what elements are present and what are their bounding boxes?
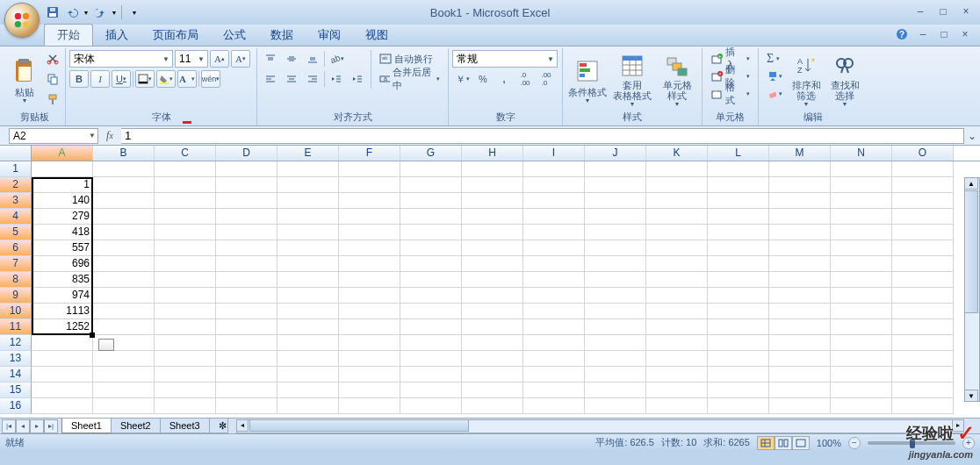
cell[interactable] — [155, 304, 216, 319]
cell[interactable] — [523, 288, 585, 304]
cell[interactable] — [646, 398, 708, 414]
cell[interactable] — [708, 383, 769, 398]
cell[interactable] — [339, 288, 400, 304]
cell[interactable] — [585, 335, 646, 351]
cell[interactable] — [216, 240, 277, 256]
cell[interactable] — [277, 383, 339, 398]
cell[interactable] — [769, 351, 831, 367]
tab-data[interactable]: 数据 — [258, 25, 306, 46]
cell[interactable] — [339, 193, 400, 209]
cell[interactable] — [892, 193, 954, 209]
shrink-font-icon[interactable]: A▾ — [231, 50, 250, 68]
cell[interactable] — [831, 383, 892, 398]
cell[interactable] — [831, 398, 892, 414]
col-header-O[interactable]: O — [892, 146, 954, 161]
first-sheet-icon[interactable]: |◂ — [2, 419, 16, 433]
border-button[interactable]: ▾ — [135, 70, 155, 88]
cell[interactable] — [831, 177, 892, 193]
cell[interactable] — [892, 256, 954, 272]
cell[interactable] — [892, 319, 954, 335]
cell[interactable] — [277, 335, 339, 351]
sheet-tab-2[interactable]: Sheet2 — [111, 418, 161, 433]
col-header-K[interactable]: K — [646, 146, 708, 161]
cell[interactable] — [708, 177, 769, 193]
cell[interactable] — [769, 335, 831, 351]
mdi-close-icon[interactable]: × — [957, 26, 973, 42]
cell[interactable] — [892, 272, 954, 288]
cell[interactable] — [93, 319, 155, 335]
undo-icon[interactable] — [63, 4, 81, 21]
cell[interactable] — [462, 209, 523, 225]
cell[interactable] — [155, 225, 216, 240]
cell[interactable] — [462, 225, 523, 240]
merge-center-button[interactable]: a合并后居中▾ — [375, 70, 444, 88]
cell[interactable] — [339, 398, 400, 414]
horizontal-scrollbar[interactable]: ◂ ▸ — [236, 419, 964, 433]
cell[interactable] — [708, 367, 769, 383]
accounting-format-icon[interactable]: ￥▾ — [452, 70, 472, 88]
save-icon[interactable] — [44, 4, 61, 21]
increase-indent-icon[interactable] — [348, 70, 367, 88]
cell[interactable] — [155, 367, 216, 383]
maximize-button[interactable]: □ — [933, 4, 954, 19]
cell[interactable] — [93, 209, 155, 225]
cell[interactable]: 1113 — [32, 304, 93, 319]
cell[interactable] — [831, 367, 892, 383]
last-sheet-icon[interactable]: ▸| — [44, 419, 58, 433]
cell[interactable] — [339, 351, 400, 367]
cell[interactable] — [892, 304, 954, 319]
cell[interactable] — [400, 383, 462, 398]
cell[interactable] — [339, 240, 400, 256]
select-all-corner[interactable] — [0, 146, 32, 161]
cell[interactable] — [93, 383, 155, 398]
cell[interactable] — [32, 335, 93, 351]
cell[interactable] — [585, 383, 646, 398]
cell[interactable] — [462, 367, 523, 383]
cell[interactable] — [523, 383, 585, 398]
cell[interactable] — [646, 383, 708, 398]
col-header-L[interactable]: L — [708, 146, 769, 161]
cell[interactable] — [523, 193, 585, 209]
next-sheet-icon[interactable]: ▸ — [30, 419, 44, 433]
cell[interactable] — [523, 256, 585, 272]
cell[interactable] — [585, 161, 646, 177]
cell[interactable] — [646, 319, 708, 335]
cell[interactable]: 557 — [32, 240, 93, 256]
cut-icon[interactable] — [44, 50, 61, 68]
mdi-minimize-icon[interactable]: – — [915, 26, 931, 42]
cell[interactable] — [646, 193, 708, 209]
cell[interactable] — [585, 256, 646, 272]
cell[interactable] — [32, 351, 93, 367]
cell[interactable] — [216, 177, 277, 193]
cell[interactable] — [585, 367, 646, 383]
cell[interactable] — [892, 351, 954, 367]
col-header-M[interactable]: M — [769, 146, 831, 161]
cell[interactable] — [400, 304, 462, 319]
cell[interactable] — [400, 398, 462, 414]
cell[interactable] — [277, 256, 339, 272]
cell[interactable] — [523, 304, 585, 319]
cell[interactable] — [155, 398, 216, 414]
cell[interactable] — [585, 177, 646, 193]
col-header-J[interactable]: J — [585, 146, 646, 161]
cell[interactable] — [708, 209, 769, 225]
cell[interactable] — [400, 272, 462, 288]
cell[interactable] — [400, 225, 462, 240]
cell[interactable]: 140 — [32, 193, 93, 209]
cell[interactable] — [462, 288, 523, 304]
cell[interactable] — [277, 351, 339, 367]
col-header-B[interactable]: B — [93, 146, 155, 161]
font-size-combo[interactable]: 11▼ — [175, 50, 208, 68]
cell[interactable] — [831, 209, 892, 225]
row-header-4[interactable]: 4 — [0, 209, 32, 225]
cell[interactable] — [339, 177, 400, 193]
cell[interactable]: 835 — [32, 272, 93, 288]
cell[interactable] — [769, 240, 831, 256]
cell[interactable] — [708, 304, 769, 319]
close-button[interactable]: × — [955, 4, 976, 19]
align-top-icon[interactable] — [261, 50, 280, 68]
align-middle-icon[interactable] — [282, 50, 301, 68]
font-name-combo[interactable]: 宋体▼ — [69, 50, 173, 68]
fx-button[interactable]: fx — [102, 128, 118, 144]
page-layout-view-icon[interactable] — [775, 436, 792, 450]
